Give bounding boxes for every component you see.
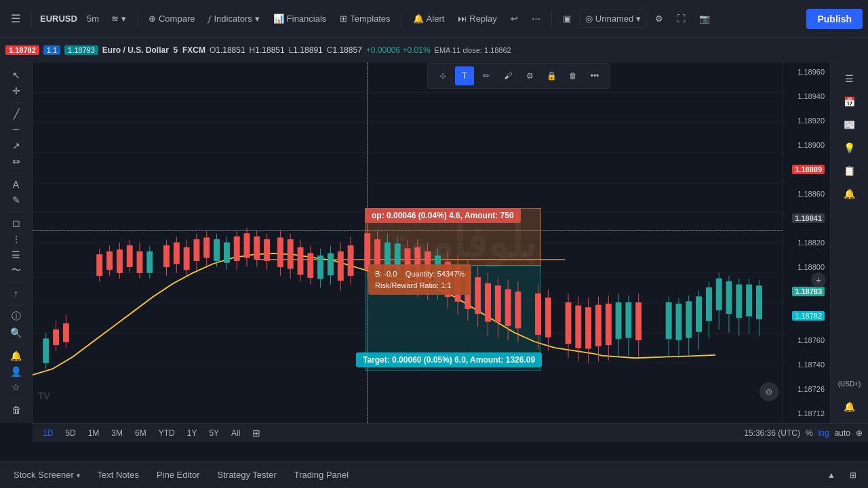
templates-button[interactable]: ⊞ Templates [334,10,395,27]
search-tool[interactable]: 🔍 [5,325,27,340]
info-tool[interactable]: ⓘ [5,310,27,324]
trend-tool[interactable]: ╱ [5,106,27,121]
pencil-tool[interactable]: ✏ [477,66,496,85]
settings-tool[interactable]: 🔒 [542,66,561,85]
lock-tool[interactable]: ⚙ [520,66,539,85]
svg-rect-29 [164,245,170,266]
bookmark-tool[interactable]: ☆ [5,380,27,394]
gann-tool[interactable]: ☰ [5,247,27,262]
people-tool[interactable]: 👤 [5,364,27,378]
period-1m[interactable]: 1M [83,427,104,439]
replay-button[interactable]: ⏭ Replay [452,10,502,27]
period-6m[interactable]: 6M [130,427,151,439]
period-right-info: 15:36:36 (UTC) % log auto ⊕ [744,428,863,438]
svg-rect-65 [348,245,353,275]
svg-rect-13 [63,324,68,342]
tab-strategy-tester[interactable]: Strategy Tester [210,466,285,484]
period-5y[interactable]: 5Y [204,427,224,439]
plus-button[interactable]: + [811,272,826,287]
price-1.18740: 1.18740 [786,361,827,369]
text-tool[interactable]: T [455,66,474,85]
unnamed-button[interactable]: ◎ Unnamed ▾ [579,9,647,28]
period-1y[interactable]: 1Y [182,427,202,439]
alert-right-btn[interactable]: 🔔 [839,183,861,205]
layout-button[interactable]: ▣ [557,10,576,27]
indicators-button[interactable]: 𝑓 Indicators ▾ [203,10,264,28]
period-compare[interactable]: ⊞ [248,426,265,440]
cursor-tool-left[interactable]: ↖ [5,68,27,82]
watchlist-btn[interactable]: ☰ [839,68,861,89]
svg-rect-43 [234,237,239,260]
elliott-tool[interactable]: 〜 [5,264,27,278]
financials-button[interactable]: 📊 Financials [268,10,332,27]
brush-tool[interactable]: 🖌 [498,66,517,85]
expand-bottom[interactable]: ⊞ [844,466,863,485]
fullscreen-button[interactable]: ⛶ [671,10,691,27]
alert-button[interactable]: 🔔 Alert [408,10,450,27]
open-label: O1.18851 [210,45,245,55]
trash-tool-left[interactable]: 🗑 [5,403,27,418]
rr-text: Risk/Reward Ratio: 1:1 [375,280,465,291]
svg-rect-35 [194,240,199,261]
right-arrow-btn[interactable]: ⊕ [856,428,863,438]
measure-tool[interactable]: ⇔ [5,154,27,168]
text-tool-left[interactable]: A [5,177,27,191]
left-divider-5 [8,305,24,306]
price-1.18782: 1.18782 [786,312,827,320]
tab-stock-screener[interactable]: Stock Screener ▾ [5,466,88,484]
svg-rect-111 [606,304,611,344]
period-5d[interactable]: 5D [60,427,80,439]
close-label: C1.18857 [327,45,362,55]
period-3m[interactable]: 3M [106,427,127,439]
crosshair-tool-left[interactable]: ✛ [5,83,27,98]
price-1.18783: 1.18783 [786,287,827,296]
tab-pine-editor[interactable]: Pine Editor [149,466,208,484]
publish-button[interactable]: Publish [806,9,863,29]
price-1.18820: 1.18820 [786,239,827,247]
horizontal-tool[interactable]: ─ [5,123,27,137]
svg-rect-27 [147,251,153,272]
alert-tool[interactable]: 🔔 [5,348,27,363]
orders-btn[interactable]: 📋 [839,160,861,182]
collapse-bottom[interactable]: ▲ [822,466,841,485]
more-button[interactable]: ⋯ [526,10,546,27]
ideas-btn[interactable]: 💡 [839,137,861,159]
tab-text-notes[interactable]: Text Notes [90,466,147,484]
drawing-toolbar: ⊹ T ✏ 🖌 ⚙ 🔒 🗑 ••• [427,63,610,89]
period-all[interactable]: All [226,427,245,439]
cursor-tool[interactable]: ⊹ [433,66,452,85]
timeframe-button[interactable]: 5m [83,10,103,27]
alert-label: Alert [427,14,445,24]
svg-rect-15 [43,339,49,363]
settings-button[interactable]: ⚙ [650,10,669,27]
target-tooltip: Target: 0.00060 (0.05%) 6.0, Amount: 132… [356,352,542,367]
tab-trading-panel[interactable]: Trading Panel [286,466,357,484]
snapshot-button[interactable]: 📷 [694,10,715,27]
compare-button[interactable]: ⊕ Compare [143,10,200,27]
more-tool[interactable]: ••• [585,66,604,85]
period-1d[interactable]: 1D [38,427,58,439]
undo-button[interactable]: ↩ [505,10,524,27]
arrow-tool[interactable]: ↑ [5,287,27,301]
calendar-btn[interactable]: 📅 [839,91,861,113]
price-badge-cyan: 1.18793 [64,45,98,55]
bell-right-btn[interactable]: 🔔 [839,396,861,418]
period-ytd[interactable]: YTD [154,427,180,439]
svg-rect-121 [676,304,682,340]
svg-rect-115 [626,303,631,338]
svg-rect-47 [254,237,260,260]
scroll-to-realtime[interactable]: ⊙ [760,382,778,401]
svg-rect-51 [277,238,283,267]
usd-btn[interactable]: (USD+) [839,373,861,394]
fibonacci-tool[interactable]: ⋮ [5,232,27,246]
svg-rect-37 [204,238,210,258]
shapes-tool[interactable]: ◻ [5,216,27,230]
chart-type-button[interactable]: ≋ ▾ [106,10,132,27]
replay-icon: ⏭ [458,14,467,24]
symbol-label: EURUSD [37,14,80,24]
ray-tool[interactable]: ↗ [5,138,27,152]
trash-tool[interactable]: 🗑 [564,66,583,85]
hamburger-menu-button[interactable]: ☰ [5,9,26,28]
brush-tool-left[interactable]: ✎ [5,193,27,207]
news-btn[interactable]: 📰 [839,114,861,136]
